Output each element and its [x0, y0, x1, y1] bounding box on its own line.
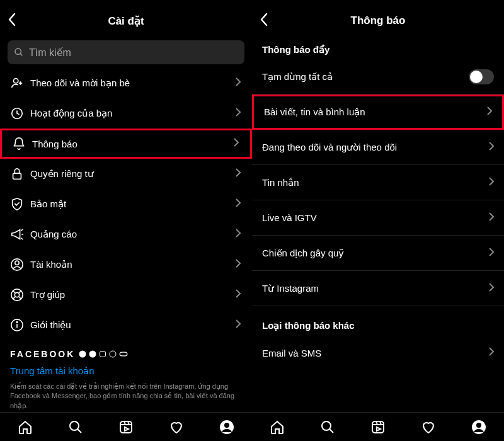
- row-label: Chiến dịch gây quỹ: [262, 248, 489, 259]
- svg-line-14: [13, 290, 15, 293]
- svg-point-11: [15, 261, 19, 265]
- status-bar: [0, 0, 252, 6]
- chevron-right-icon: [236, 259, 241, 268]
- header: Cài đặt: [0, 6, 252, 35]
- back-button[interactable]: [260, 13, 268, 29]
- row-label: Giới thiệu: [30, 319, 236, 331]
- chevron-right-icon: [489, 212, 494, 221]
- chevron-right-icon: [236, 168, 241, 177]
- footer-brand: FACEBOOK: [10, 349, 242, 359]
- search-icon: [68, 420, 83, 435]
- brand-icons: [79, 350, 128, 358]
- row-label: Hoạt động của bạn: [30, 108, 236, 119]
- status-bar: [252, 0, 504, 6]
- tab-home[interactable]: [0, 420, 50, 435]
- search-placeholder: Tìm kiếm: [29, 47, 71, 59]
- bell-icon: [12, 137, 26, 151]
- row-email-sms[interactable]: Email và SMS: [252, 335, 504, 370]
- row-label: Theo dõi và mời bạn bè: [30, 77, 236, 89]
- search-input[interactable]: Tìm kiếm: [8, 40, 244, 64]
- row-account[interactable]: Tài khoản: [0, 249, 252, 280]
- row-label: Bảo mật: [30, 198, 236, 210]
- search-icon: [320, 420, 335, 435]
- chevron-right-icon: [489, 248, 494, 256]
- chevron-right-icon: [487, 106, 492, 115]
- row-following-followers[interactable]: Đang theo dõi và người theo dõi: [252, 130, 504, 165]
- tab-profile[interactable]: [454, 420, 504, 435]
- row-activity[interactable]: Hoạt động của bạn: [0, 98, 252, 129]
- svg-rect-23: [100, 352, 106, 357]
- whatsapp-icon: [109, 350, 117, 358]
- section-push: Thông báo đẩy: [252, 35, 504, 59]
- row-live-igtv[interactable]: Live và IGTV: [252, 200, 504, 236]
- chevron-right-icon: [236, 319, 241, 328]
- row-pause-all[interactable]: Tạm dừng tất cả: [252, 59, 504, 94]
- chevron-right-icon: [489, 177, 494, 186]
- svg-point-0: [15, 49, 21, 54]
- row-security[interactable]: Bảo mật: [0, 189, 252, 219]
- notifications-list: Thông báo đẩy Tạm dừng tất cả Bài viết, …: [252, 35, 504, 412]
- chevron-right-icon: [236, 108, 241, 117]
- svg-line-9: [21, 238, 23, 240]
- chevron-left-icon: [260, 13, 268, 26]
- row-help[interactable]: Trợ giúp: [0, 280, 252, 310]
- row-label: Tin nhắn: [262, 177, 489, 188]
- chevron-right-icon: [236, 77, 241, 86]
- chevron-left-icon: [8, 13, 16, 26]
- profile-icon: [471, 420, 486, 435]
- tab-search[interactable]: [302, 420, 353, 435]
- svg-point-13: [14, 292, 19, 297]
- svg-marker-32: [125, 427, 129, 431]
- reels-icon: [370, 420, 386, 435]
- row-fundraisers[interactable]: Chiến dịch gây quỹ: [252, 236, 504, 271]
- row-ads[interactable]: Quảng cáo: [0, 219, 252, 249]
- header: Thông báo: [252, 6, 504, 35]
- svg-line-16: [13, 297, 15, 299]
- tab-activity[interactable]: [403, 420, 454, 435]
- megaphone-icon: [10, 227, 24, 241]
- pause-all-toggle[interactable]: [469, 69, 494, 84]
- tab-reels[interactable]: [353, 420, 403, 435]
- chevron-right-icon: [236, 229, 241, 238]
- row-privacy[interactable]: Quyền riêng tư: [0, 159, 252, 189]
- row-messages[interactable]: Tin nhắn: [252, 165, 504, 200]
- row-notifications[interactable]: Thông báo: [0, 129, 252, 159]
- row-from-instagram[interactable]: Từ Instagram: [252, 271, 504, 306]
- profile-icon: [219, 420, 234, 435]
- svg-point-22: [89, 351, 96, 358]
- home-icon: [270, 420, 285, 435]
- row-label: Quyền riêng tư: [30, 168, 236, 180]
- oculus-icon: [119, 351, 128, 357]
- back-button[interactable]: [8, 13, 16, 29]
- account-icon: [10, 258, 24, 272]
- row-label: Tạm dừng tất cả: [262, 71, 469, 83]
- heart-icon: [421, 420, 436, 435]
- footer-description: Kiểm soát các cài đặt về trải nghiệm kết…: [10, 382, 242, 411]
- row-about[interactable]: Giới thiệu: [0, 310, 252, 340]
- help-icon: [10, 288, 24, 302]
- tab-reels[interactable]: [101, 420, 151, 435]
- footer-brand-text: FACEBOOK: [10, 349, 75, 359]
- tab-profile[interactable]: [202, 420, 252, 435]
- row-label: Email và SMS: [262, 348, 489, 358]
- tab-bar: [252, 412, 504, 441]
- svg-point-21: [79, 351, 86, 358]
- heart-icon: [169, 420, 184, 435]
- tab-search[interactable]: [50, 420, 101, 435]
- chevron-right-icon: [236, 289, 241, 298]
- tab-home[interactable]: [252, 420, 302, 435]
- svg-line-15: [19, 297, 21, 299]
- row-posts-stories-comments[interactable]: Bài viết, tin và bình luận: [252, 94, 504, 130]
- svg-marker-41: [377, 427, 381, 431]
- svg-line-7: [21, 229, 23, 231]
- accounts-center-link[interactable]: Trung tâm tài khoản: [10, 365, 242, 377]
- svg-point-34: [224, 423, 229, 428]
- facebook-icon: [79, 350, 86, 358]
- instagram-icon: [99, 350, 106, 358]
- row-follow-invite[interactable]: Theo dõi và mời bạn bè: [0, 68, 252, 98]
- svg-point-2: [14, 79, 18, 83]
- row-label: Live và IGTV: [262, 212, 489, 223]
- svg-line-1: [20, 54, 22, 55]
- tab-activity[interactable]: [151, 420, 202, 435]
- messenger-icon: [89, 350, 96, 358]
